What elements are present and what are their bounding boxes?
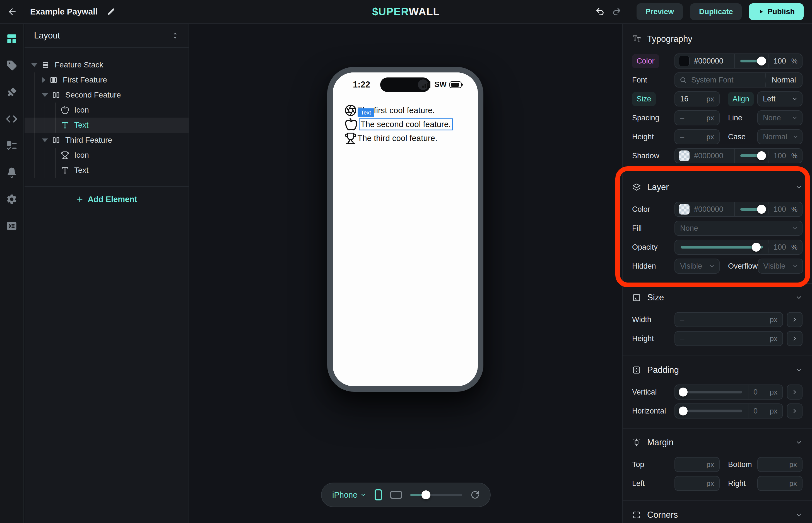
add-element-button[interactable]: Add Element (76, 195, 137, 204)
height-input[interactable]: – px (674, 331, 783, 346)
rename-button[interactable] (107, 8, 115, 16)
chevron-down-icon[interactable] (795, 439, 802, 446)
tree-row-text[interactable]: Text (24, 163, 189, 178)
rail-item-code[interactable] (5, 112, 18, 125)
margin-top-input[interactable]: – px (674, 457, 720, 472)
line-select[interactable]: None (757, 110, 802, 125)
tree-row-first-feature[interactable]: First Feature (24, 72, 189, 88)
chevron-down-icon[interactable] (795, 511, 802, 519)
tree-row-second-feature[interactable]: Second Feature (24, 88, 189, 103)
redo-button[interactable] (612, 7, 621, 16)
publish-button[interactable]: Publish (749, 3, 804, 20)
signal-icon (422, 81, 432, 88)
padding-section-header[interactable]: Padding (623, 362, 812, 378)
slider-knob[interactable] (421, 490, 430, 499)
horizontal-padding-slider[interactable] (680, 410, 742, 412)
margin-section-header[interactable]: Margin (623, 435, 812, 450)
rail-item-products[interactable] (5, 59, 18, 72)
rail-item-theme[interactable] (5, 86, 18, 98)
duplicate-button[interactable]: Duplicate (690, 3, 742, 20)
feature-row-second-selected[interactable]: Text The second cool feature. (345, 118, 453, 131)
rail-item-console[interactable] (5, 220, 18, 232)
margin-bottom-input[interactable]: – px (757, 457, 802, 472)
chevron-down-icon[interactable] (795, 366, 802, 374)
device-select[interactable]: iPhone (332, 490, 366, 500)
tree-row-icon-trophy[interactable]: Icon (24, 148, 189, 163)
back-button[interactable] (7, 7, 17, 17)
chevron-down-icon[interactable] (795, 184, 802, 191)
rail-item-layout[interactable] (5, 32, 18, 45)
back-arrow-icon (7, 7, 17, 17)
margin-section: Margin Top – px Bottom – px Left (623, 428, 812, 501)
width-expand-button[interactable] (787, 312, 802, 327)
opacity-slider[interactable] (680, 246, 763, 249)
font-size-input[interactable]: 16 px (674, 91, 720, 106)
collapse-triangle-icon[interactable] (31, 63, 37, 67)
width-input[interactable]: – px (674, 312, 783, 327)
landscape-orientation-button[interactable] (390, 491, 402, 499)
shadow-opacity-slider[interactable] (740, 155, 763, 157)
layer-hex-field[interactable]: #000000 (675, 202, 734, 216)
slider-knob[interactable] (679, 387, 688, 397)
layer-opacity-slider[interactable] (740, 208, 763, 211)
slider-knob[interactable] (757, 205, 766, 214)
typography-section-header[interactable]: Typography (623, 31, 812, 47)
rail-item-notifications[interactable] (5, 166, 18, 179)
font-size-toggle[interactable]: Size (632, 92, 656, 106)
horizontal-padding-expand-button[interactable] (787, 403, 802, 418)
slider-knob[interactable] (757, 57, 766, 66)
vertical-padding-expand-button[interactable] (787, 384, 802, 400)
margin-right-input[interactable]: – px (757, 476, 802, 491)
collapse-triangle-icon[interactable] (42, 93, 48, 97)
layout-icon (6, 33, 18, 44)
transparent-swatch[interactable] (679, 150, 690, 161)
expand-triangle-icon[interactable] (42, 77, 46, 83)
size-section-header[interactable]: Size (623, 290, 812, 305)
align-toggle[interactable]: Align (728, 92, 754, 106)
hidden-select[interactable]: Visible (674, 258, 720, 274)
margin-left-input[interactable]: – px (674, 476, 720, 491)
vertical-padding-slider[interactable] (680, 391, 742, 393)
chevron-right-icon (791, 408, 798, 414)
slider-knob[interactable] (752, 243, 761, 252)
transparent-swatch[interactable] (679, 204, 690, 215)
corners-section-header[interactable]: Corners (623, 507, 812, 523)
font-weight-select[interactable]: Normal (765, 73, 802, 87)
opacity-value[interactable]: 100 (774, 57, 786, 66)
chevron-down-icon[interactable] (795, 294, 802, 301)
color-opacity-slider[interactable] (740, 60, 763, 62)
slider-knob[interactable] (679, 407, 688, 415)
rail-item-checklist[interactable] (5, 139, 18, 152)
tree-row-icon-apple[interactable]: Icon (24, 103, 189, 118)
overflow-select[interactable]: Visible (758, 258, 803, 274)
layer-sort-button[interactable] (171, 32, 179, 40)
preview-button[interactable]: Preview (637, 3, 683, 20)
fill-select[interactable]: None (674, 221, 802, 236)
shadow-hex-field[interactable]: #000000 (675, 149, 734, 163)
align-select[interactable]: Left (757, 91, 802, 106)
portrait-orientation-button[interactable] (375, 489, 382, 501)
refresh-button[interactable] (470, 490, 480, 499)
width-row: Width – px (623, 312, 812, 327)
layer-section-header[interactable]: Layer (623, 179, 812, 195)
canvas-zoom-slider[interactable] (410, 494, 462, 496)
text-color-toggle[interactable]: Color (632, 54, 659, 68)
slider-knob[interactable] (757, 151, 766, 160)
tree-row-text-selected[interactable]: Text (24, 118, 189, 133)
tree-row-feature-stack[interactable]: Feature Stack (24, 57, 189, 72)
color-swatch[interactable] (679, 56, 690, 66)
rail-item-settings[interactable] (5, 193, 18, 205)
selected-text-element[interactable]: The second cool feature. (359, 119, 453, 130)
color-hex-field[interactable]: #000000 (675, 54, 734, 68)
collapse-triangle-icon[interactable] (42, 139, 48, 142)
undo-button[interactable] (595, 7, 605, 16)
height-expand-button[interactable] (787, 331, 802, 346)
tree-row-third-feature[interactable]: Third Feature (24, 133, 189, 148)
case-select[interactable]: Normal (757, 129, 802, 144)
font-search-field[interactable]: System Font (675, 73, 765, 87)
letter-spacing-input[interactable]: – px (674, 110, 720, 125)
line-height-input[interactable]: – px (674, 129, 720, 144)
feature-row-third[interactable]: The third cool feature. (345, 132, 453, 144)
opacity-control: 100% (674, 240, 802, 255)
text-shadow-row: Shadow #000000 100% (623, 148, 812, 163)
